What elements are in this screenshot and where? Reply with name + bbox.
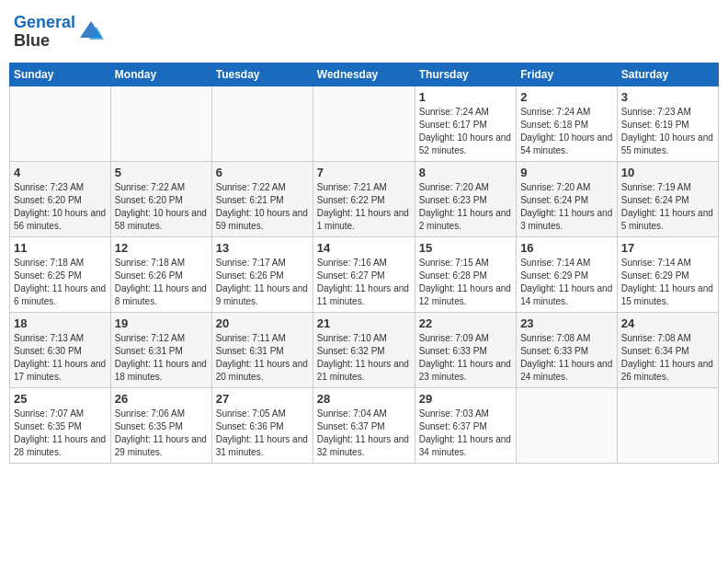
day-number: 2 bbox=[520, 90, 613, 104]
day-number: 13 bbox=[216, 241, 309, 255]
day-number: 26 bbox=[115, 392, 208, 406]
day-number: 6 bbox=[216, 166, 309, 179]
calendar-day-cell: 3Sunrise: 7:23 AM Sunset: 6:19 PM Daylig… bbox=[617, 86, 718, 161]
day-info: Sunrise: 7:18 AM Sunset: 6:26 PM Dayligh… bbox=[115, 257, 208, 308]
weekday-header: Monday bbox=[110, 63, 211, 86]
calendar-day-cell: 25Sunrise: 7:07 AM Sunset: 6:35 PM Dayli… bbox=[10, 387, 111, 463]
day-number: 3 bbox=[621, 90, 714, 104]
page-header: GeneralBlue bbox=[9, 9, 719, 55]
calendar-day-cell: 1Sunrise: 7:24 AM Sunset: 6:17 PM Daylig… bbox=[415, 86, 516, 161]
calendar-day-cell: 19Sunrise: 7:12 AM Sunset: 6:31 PM Dayli… bbox=[110, 312, 211, 387]
day-number: 25 bbox=[14, 392, 107, 406]
day-number: 14 bbox=[317, 241, 411, 255]
calendar-day-cell: 14Sunrise: 7:16 AM Sunset: 6:27 PM Dayli… bbox=[313, 236, 415, 312]
calendar-day-cell: 9Sunrise: 7:20 AM Sunset: 6:24 PM Daylig… bbox=[517, 161, 618, 236]
empty-cell bbox=[517, 387, 618, 463]
day-number: 23 bbox=[520, 316, 613, 330]
calendar-day-cell: 5Sunrise: 7:22 AM Sunset: 6:20 PM Daylig… bbox=[110, 161, 211, 236]
day-info: Sunrise: 7:04 AM Sunset: 6:37 PM Dayligh… bbox=[317, 408, 411, 459]
day-number: 17 bbox=[621, 241, 714, 255]
day-number: 5 bbox=[115, 166, 208, 179]
day-number: 11 bbox=[14, 241, 107, 255]
day-info: Sunrise: 7:14 AM Sunset: 6:29 PM Dayligh… bbox=[520, 257, 613, 308]
calendar-day-cell: 23Sunrise: 7:08 AM Sunset: 6:33 PM Dayli… bbox=[517, 312, 618, 387]
calendar-table: SundayMondayTuesdayWednesdayThursdayFrid… bbox=[9, 63, 719, 464]
calendar-day-cell: 17Sunrise: 7:14 AM Sunset: 6:29 PM Dayli… bbox=[617, 236, 718, 312]
weekday-header: Sunday bbox=[10, 63, 111, 86]
day-info: Sunrise: 7:11 AM Sunset: 6:31 PM Dayligh… bbox=[216, 332, 309, 384]
calendar-day-cell: 27Sunrise: 7:05 AM Sunset: 6:36 PM Dayli… bbox=[211, 387, 313, 463]
day-info: Sunrise: 7:08 AM Sunset: 6:34 PM Dayligh… bbox=[621, 332, 714, 384]
day-number: 7 bbox=[317, 166, 411, 179]
day-number: 22 bbox=[419, 316, 512, 330]
day-info: Sunrise: 7:21 AM Sunset: 6:22 PM Dayligh… bbox=[317, 181, 411, 233]
weekday-header: Wednesday bbox=[313, 63, 415, 86]
weekday-header: Saturday bbox=[617, 63, 718, 86]
calendar-day-cell: 16Sunrise: 7:14 AM Sunset: 6:29 PM Dayli… bbox=[517, 236, 618, 312]
calendar-day-cell: 7Sunrise: 7:21 AM Sunset: 6:22 PM Daylig… bbox=[313, 161, 415, 236]
calendar-day-cell: 12Sunrise: 7:18 AM Sunset: 6:26 PM Dayli… bbox=[110, 236, 211, 312]
day-info: Sunrise: 7:15 AM Sunset: 6:28 PM Dayligh… bbox=[419, 257, 512, 308]
day-number: 15 bbox=[419, 241, 512, 255]
day-info: Sunrise: 7:07 AM Sunset: 6:35 PM Dayligh… bbox=[14, 408, 107, 459]
day-number: 16 bbox=[520, 241, 613, 255]
day-info: Sunrise: 7:19 AM Sunset: 6:24 PM Dayligh… bbox=[621, 181, 714, 233]
calendar-day-cell: 13Sunrise: 7:17 AM Sunset: 6:26 PM Dayli… bbox=[211, 236, 313, 312]
day-info: Sunrise: 7:14 AM Sunset: 6:29 PM Dayligh… bbox=[621, 257, 714, 308]
day-info: Sunrise: 7:10 AM Sunset: 6:32 PM Dayligh… bbox=[317, 332, 411, 384]
weekday-header: Tuesday bbox=[211, 63, 313, 86]
calendar-day-cell: 10Sunrise: 7:19 AM Sunset: 6:24 PM Dayli… bbox=[617, 161, 718, 236]
empty-cell bbox=[313, 86, 415, 161]
day-info: Sunrise: 7:06 AM Sunset: 6:35 PM Dayligh… bbox=[115, 408, 208, 459]
logo: GeneralBlue bbox=[14, 14, 104, 51]
day-number: 20 bbox=[216, 316, 309, 330]
calendar-day-cell: 24Sunrise: 7:08 AM Sunset: 6:34 PM Dayli… bbox=[617, 312, 718, 387]
day-number: 9 bbox=[520, 166, 613, 179]
logo-text: GeneralBlue bbox=[14, 14, 75, 51]
empty-cell bbox=[617, 387, 718, 463]
day-info: Sunrise: 7:20 AM Sunset: 6:24 PM Dayligh… bbox=[520, 181, 613, 233]
day-number: 21 bbox=[317, 316, 411, 330]
calendar-day-cell: 22Sunrise: 7:09 AM Sunset: 6:33 PM Dayli… bbox=[415, 312, 516, 387]
day-number: 4 bbox=[14, 166, 107, 179]
day-number: 12 bbox=[115, 241, 208, 255]
day-info: Sunrise: 7:03 AM Sunset: 6:37 PM Dayligh… bbox=[419, 408, 512, 459]
day-info: Sunrise: 7:12 AM Sunset: 6:31 PM Dayligh… bbox=[115, 332, 208, 384]
day-info: Sunrise: 7:17 AM Sunset: 6:26 PM Dayligh… bbox=[216, 257, 309, 308]
calendar-day-cell: 18Sunrise: 7:13 AM Sunset: 6:30 PM Dayli… bbox=[10, 312, 111, 387]
calendar-day-cell: 4Sunrise: 7:23 AM Sunset: 6:20 PM Daylig… bbox=[10, 161, 111, 236]
weekday-header: Friday bbox=[517, 63, 618, 86]
calendar-day-cell: 11Sunrise: 7:18 AM Sunset: 6:25 PM Dayli… bbox=[10, 236, 111, 312]
day-info: Sunrise: 7:24 AM Sunset: 6:18 PM Dayligh… bbox=[520, 106, 613, 157]
day-info: Sunrise: 7:18 AM Sunset: 6:25 PM Dayligh… bbox=[14, 257, 107, 308]
calendar-day-cell: 20Sunrise: 7:11 AM Sunset: 6:31 PM Dayli… bbox=[211, 312, 313, 387]
day-info: Sunrise: 7:23 AM Sunset: 6:20 PM Dayligh… bbox=[14, 181, 107, 233]
weekday-header: Thursday bbox=[415, 63, 516, 86]
day-info: Sunrise: 7:24 AM Sunset: 6:17 PM Dayligh… bbox=[419, 106, 512, 157]
calendar-day-cell: 6Sunrise: 7:22 AM Sunset: 6:21 PM Daylig… bbox=[211, 161, 313, 236]
day-info: Sunrise: 7:20 AM Sunset: 6:23 PM Dayligh… bbox=[419, 181, 512, 233]
calendar-day-cell: 15Sunrise: 7:15 AM Sunset: 6:28 PM Dayli… bbox=[415, 236, 516, 312]
day-number: 24 bbox=[621, 316, 714, 330]
day-number: 27 bbox=[216, 392, 309, 406]
day-number: 29 bbox=[419, 392, 512, 406]
day-info: Sunrise: 7:13 AM Sunset: 6:30 PM Dayligh… bbox=[14, 332, 107, 384]
day-info: Sunrise: 7:22 AM Sunset: 6:21 PM Dayligh… bbox=[216, 181, 309, 233]
day-number: 8 bbox=[419, 166, 512, 179]
calendar-day-cell: 28Sunrise: 7:04 AM Sunset: 6:37 PM Dayli… bbox=[313, 387, 415, 463]
day-number: 10 bbox=[621, 166, 714, 179]
calendar-day-cell: 21Sunrise: 7:10 AM Sunset: 6:32 PM Dayli… bbox=[313, 312, 415, 387]
empty-cell bbox=[10, 86, 111, 161]
empty-cell bbox=[211, 86, 313, 161]
calendar-day-cell: 8Sunrise: 7:20 AM Sunset: 6:23 PM Daylig… bbox=[415, 161, 516, 236]
logo-icon bbox=[78, 19, 104, 45]
day-number: 19 bbox=[115, 316, 208, 330]
day-info: Sunrise: 7:05 AM Sunset: 6:36 PM Dayligh… bbox=[216, 408, 309, 459]
empty-cell bbox=[110, 86, 211, 161]
calendar-day-cell: 29Sunrise: 7:03 AM Sunset: 6:37 PM Dayli… bbox=[415, 387, 516, 463]
day-number: 28 bbox=[317, 392, 411, 406]
day-number: 18 bbox=[14, 316, 107, 330]
day-info: Sunrise: 7:16 AM Sunset: 6:27 PM Dayligh… bbox=[317, 257, 411, 308]
calendar-header: SundayMondayTuesdayWednesdayThursdayFrid… bbox=[10, 63, 719, 86]
calendar-day-cell: 2Sunrise: 7:24 AM Sunset: 6:18 PM Daylig… bbox=[517, 86, 618, 161]
